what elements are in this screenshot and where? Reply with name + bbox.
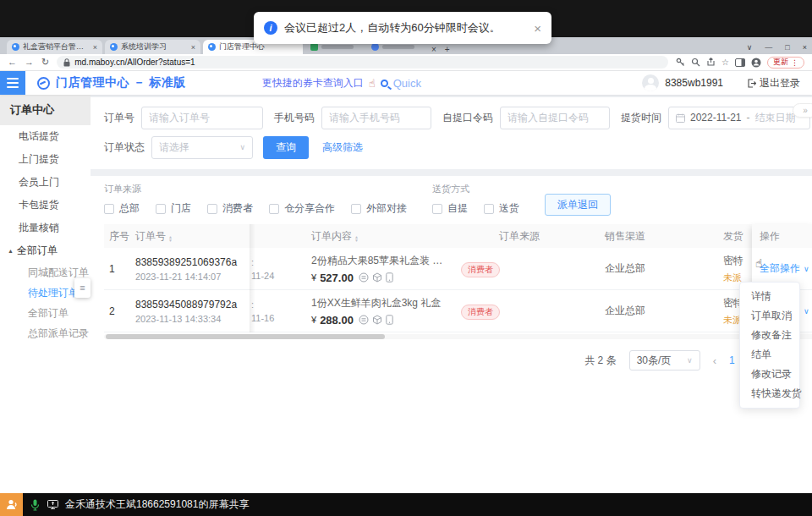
sort-icon[interactable]: ▲▼ [354,235,359,242]
tab-close-icon[interactable]: × [191,43,195,52]
advanced-filter-link[interactable]: 高级筛选 [322,140,363,155]
checkbox-consumer[interactable]: 消费者 [207,201,253,216]
select-placeholder: 请选择 [159,140,189,155]
sidebar-drag-handle[interactable]: ≡ [74,278,91,298]
meeting-toast: i 会议已超过2人，自动转为60分钟限时会议。 × [254,12,551,44]
sort-icon[interactable]: ▲▼ [168,235,173,242]
pickup-code-input[interactable] [500,107,610,129]
checkbox-hq[interactable]: 总部 [104,201,140,216]
current-page[interactable]: 1 [729,354,735,366]
window-minimize-icon[interactable]: — [765,43,772,52]
logout-button[interactable]: 退出登录 [747,76,800,91]
key-icon[interactable] [676,58,685,67]
side-panel-icon[interactable] [735,58,745,67]
checkbox-icon[interactable] [484,204,494,214]
calendar-icon [676,113,685,123]
menu-item-edit-note[interactable]: 修改备注 [740,326,799,345]
header-content[interactable]: 订单内容▲▼ [296,229,453,244]
content-area: 订单号 手机号码 自提口令码 提货时间 2022-11-21 [91,95,812,493]
toast-close-icon[interactable]: × [534,21,541,36]
page-size-select[interactable]: 30条/页 ∨ [629,350,700,371]
phone-input[interactable] [321,107,431,129]
table-row-2[interactable]: 2 83859345088979792a 2023-11-13 14:33:34… [104,290,812,332]
checkbox-label: 消费者 [222,201,253,216]
checkbox-icon[interactable] [207,204,217,214]
menu-dots-icon[interactable]: ⋮ [791,58,798,67]
browser-tab-gift-platform[interactable]: 礼盒营销平台管理中心 × [7,40,102,54]
tab-close-icon[interactable]: × [93,43,97,52]
browser-tab-training[interactable]: 系统培训学习 × [105,40,200,54]
update-label: 更新 [773,57,788,68]
table-row-1[interactable]: 1 83859389251069376a 2023-11-21 14:14:07… [104,248,812,290]
checkbox-delivery[interactable]: 送货 [484,201,519,216]
new-tab-button[interactable]: + [445,45,450,54]
sidebar-group-all-orders[interactable]: ▲ 全部订单 [0,239,91,262]
checkbox-icon[interactable] [104,204,114,214]
tab-close-icon[interactable]: × [431,45,436,54]
zoom-icon[interactable] [691,58,700,67]
horizontal-scrollbar-thumb[interactable] [106,334,385,339]
menu-item-edit-history[interactable]: 修改记录 [740,365,799,384]
order-no-input[interactable] [141,107,263,129]
dispatch-return-button[interactable]: 派单退回 [545,194,611,216]
header-order-no[interactable]: 订单号▲▼ [131,229,250,244]
order-status-select[interactable]: 请选择 ∨ [151,136,253,159]
horizontal-scrollbar-track[interactable] [104,334,812,339]
checkbox-warehouse-share[interactable]: 仓分享合作 [269,201,335,216]
checkbox-store[interactable]: 门店 [156,201,191,216]
share-icon[interactable] [706,58,716,67]
checkbox-external[interactable]: 外部对接 [351,201,407,216]
meeting-app-button[interactable] [0,493,23,516]
bookmark-star-icon[interactable]: ☆ [721,58,729,67]
header-index: 序号 [104,229,131,244]
checkbox-icon[interactable] [351,204,361,214]
sidebar-item-card-pickup[interactable]: 卡包提货 [0,194,91,217]
person-icon [5,498,18,511]
checkbox-filter-area: 订单来源 总部 门店 消费者 仓分享合作 外部对接 送货方式 [104,183,812,216]
avatar[interactable] [642,74,659,91]
checkbox-icon[interactable] [269,204,279,214]
menu-item-settle[interactable]: 结单 [740,345,799,365]
sidebar-item-phone-pickup[interactable]: 电话提货 [0,125,91,148]
channel-cell: 企业总部 [592,304,715,318]
sidebar-item-batch-verify[interactable]: 批量核销 [0,217,91,239]
profile-icon[interactable] [751,58,761,68]
order-source-group-label: 订单来源 [104,183,407,195]
screen-share-bar: 金禾通技术王斌18662591081的屏幕共享 [0,493,812,516]
start-date-value: 2022-11-21 [690,112,742,124]
checkbox-self-pickup[interactable]: 自提 [432,201,468,216]
sidebar-item-door-pickup[interactable]: 上门提货 [0,148,91,171]
collapse-filters-button[interactable]: » [793,103,812,118]
forward-icon[interactable]: → [25,58,34,67]
phone-label: 手机号码 [274,111,315,125]
sidebar-item-hq-dispatch-records[interactable]: 总部派单记录 [0,323,91,343]
menu-item-cancel-order[interactable]: 订单取消 [740,306,799,326]
checkbox-icon[interactable] [156,204,166,214]
microphone-icon[interactable] [30,499,40,511]
chevron-down-icon: ∨ [804,307,809,316]
filter-row-2: 订单状态 请选择 ∨ 查询 高级筛选 [104,135,810,159]
pagination: 共 2 条 30条/页 ∨ ‹ 1 › [104,350,751,371]
sidebar-item-all-orders[interactable]: 全部订单 [0,303,91,323]
sidebar-item-member-visit[interactable]: 会员上门 [0,171,91,194]
refresh-icon[interactable]: ↻ [41,58,49,67]
browser-update-button[interactable]: 更新 ⋮ [767,57,804,69]
window-maximize-icon[interactable]: □ [785,43,789,52]
order-no-cell: 83859345088979792a 2023-11-13 14:33:34 [131,299,250,324]
quick-link[interactable]: Quick [393,77,421,90]
search-button[interactable]: 查询 [263,136,309,159]
price-line: ¥ 527.00 [311,272,453,284]
tab-search-icon[interactable]: ∨ [747,43,753,52]
promo-link[interactable]: 更快捷的券卡查询入口 [262,76,364,91]
clipped-cell: : 11-24 [250,257,296,281]
menu-item-details[interactable]: 详情 [740,287,799,306]
address-input[interactable]: md.maboy.cn/AllOrder?status=1 [57,56,668,69]
window-close-icon[interactable]: × [803,43,807,52]
menu-item-switch-express[interactable]: 转快递发货 [740,384,799,403]
hamburger-menu-button[interactable] [0,71,25,95]
checkbox-icon[interactable] [432,204,442,214]
actions-dropdown-menu: 详情 订单取消 修改备注 结单 修改记录 转快递发货 [739,282,800,409]
back-icon[interactable]: ← [8,58,17,67]
date-range-picker[interactable]: 2022-11-21 - 结束日期 [668,107,810,129]
prev-page-button[interactable]: ‹ [713,354,716,367]
